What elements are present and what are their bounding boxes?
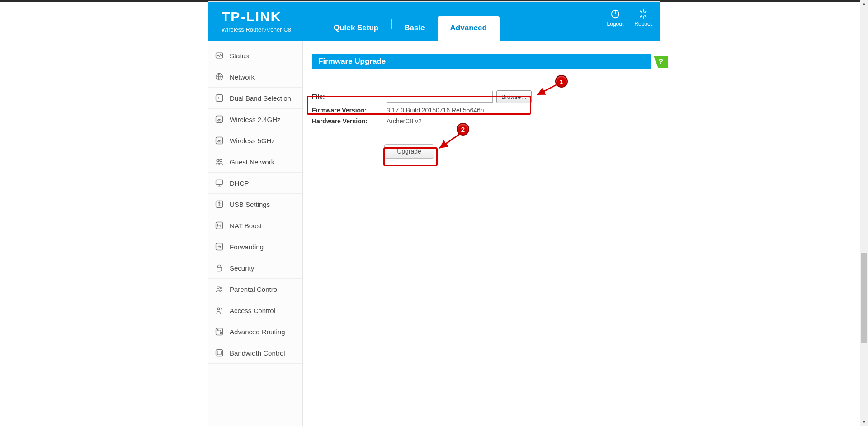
sidebar-item-label: Dual Band Selection (230, 94, 291, 102)
svg-line-8 (640, 15, 642, 17)
status-icon (214, 51, 224, 61)
scrollbar-down-icon[interactable]: ▼ (860, 418, 868, 426)
brand-block: TP-LINK Wireless Router Archer C8 (222, 10, 291, 33)
svg-point-17 (217, 159, 219, 162)
brand-subtitle: Wireless Router Archer C8 (222, 26, 291, 33)
power-icon (609, 8, 621, 20)
content-area: Firmware Upgrade 1 2 File: (303, 41, 660, 426)
dual-band-icon: 5 (214, 93, 224, 103)
upgrade-button-row: Upgrade (312, 144, 651, 159)
reboot-button[interactable]: Reboot (634, 8, 652, 27)
section-divider (312, 135, 651, 135)
svg-point-27 (221, 287, 222, 289)
sidebar-item-label: Forwarding (230, 243, 264, 251)
svg-point-18 (220, 159, 222, 162)
logout-label: Logout (607, 21, 624, 27)
tab-basic[interactable]: Basic (392, 16, 437, 41)
sidebar-item-dhcp[interactable]: DHCP (208, 173, 302, 194)
sidebar-item-label: Access Control (230, 307, 275, 314)
tab-quick-setup[interactable]: Quick Setup (321, 16, 391, 41)
svg-rect-31 (216, 328, 223, 335)
reboot-icon (637, 8, 649, 20)
svg-line-7 (645, 15, 646, 17)
globe-icon (214, 72, 224, 82)
bandwidth-icon (214, 348, 224, 358)
sidebar: Status Network 5 Dual Band Selection Wir… (208, 41, 303, 426)
sidebar-item-guest-network[interactable]: Guest Network (208, 151, 302, 173)
sidebar-item-label: Parental Control (230, 286, 278, 293)
svg-point-26 (217, 286, 219, 288)
sidebar-item-label: Bandwidth Control (230, 349, 285, 357)
sidebar-item-label: NAT Boost (230, 222, 262, 229)
hardware-version-label: Hardware Version: (312, 117, 387, 125)
users-icon (214, 157, 224, 167)
sidebar-item-forwarding[interactable]: Forwarding (208, 236, 302, 257)
wifi-icon (214, 114, 224, 124)
scrollbar-up-icon[interactable]: ▲ (860, 0, 868, 8)
logout-button[interactable]: Logout (607, 8, 624, 27)
firmware-version-row: Firmware Version: 3.17.0 Build 20150716 … (312, 107, 651, 114)
svg-rect-19 (216, 180, 223, 184)
sidebar-item-status[interactable]: Status (208, 45, 302, 66)
annotation-badge-1: 1 (555, 75, 568, 88)
sidebar-item-wireless-5[interactable]: Wireless 5GHz (208, 130, 302, 151)
main-tabs: Quick Setup Basic Advanced (321, 16, 500, 41)
form-area: 1 2 File: Browse… Firmware Versi (312, 77, 651, 159)
svg-line-9 (645, 11, 646, 12)
scrollbar-thumb[interactable] (861, 253, 867, 343)
access-icon (214, 305, 224, 315)
usb-icon (214, 199, 224, 209)
app-container: TP-LINK Wireless Router Archer C8 Quick … (208, 2, 660, 426)
sidebar-item-label: Guest Network (230, 158, 274, 166)
svg-rect-34 (216, 350, 223, 356)
wifi-icon (214, 136, 224, 145)
svg-rect-10 (216, 53, 223, 58)
sidebar-item-label: Status (230, 52, 249, 60)
sidebar-item-label: DHCP (230, 179, 249, 187)
sidebar-item-advanced-routing[interactable]: Advanced Routing (208, 321, 302, 342)
sidebar-item-access-control[interactable]: Access Control (208, 300, 302, 321)
sidebar-item-label: Wireless 2.4GHz (230, 116, 281, 123)
sidebar-item-security[interactable]: Security (208, 257, 302, 279)
sidebar-item-parental-control[interactable]: Parental Control (208, 279, 302, 300)
monitor-icon (214, 178, 224, 188)
header-actions: Logout Reboot (607, 8, 652, 27)
upgrade-button[interactable]: Upgrade (384, 144, 434, 159)
file-input[interactable] (387, 91, 493, 103)
sidebar-item-dual-band[interactable]: 5 Dual Band Selection (208, 88, 302, 109)
hardware-version-row: Hardware Version: ArcherC8 v2 (312, 117, 651, 125)
browse-button[interactable]: Browse… (496, 90, 532, 103)
sidebar-item-label: Security (230, 264, 254, 272)
hardware-version-value: ArcherC8 v2 (387, 117, 422, 125)
sidebar-item-label: Network (230, 73, 255, 81)
sidebar-item-network[interactable]: Network (208, 66, 302, 88)
lock-icon (214, 263, 224, 273)
svg-rect-35 (217, 351, 221, 355)
svg-rect-23 (216, 222, 223, 229)
svg-line-6 (640, 11, 642, 12)
svg-point-28 (217, 308, 220, 310)
tab-advanced[interactable]: Advanced (438, 16, 500, 41)
panel-title: Firmware Upgrade (312, 54, 651, 69)
sidebar-item-wireless-24[interactable]: Wireless 2.4GHz (208, 109, 302, 130)
sidebar-item-usb-settings[interactable]: USB Settings (208, 194, 302, 215)
file-label: File: (312, 93, 387, 100)
forward-icon (214, 242, 224, 252)
svg-text:5: 5 (218, 96, 221, 100)
reboot-label: Reboot (634, 21, 652, 27)
sidebar-item-label: Advanced Routing (230, 328, 285, 336)
routing-icon (214, 327, 224, 337)
svg-rect-25 (217, 267, 222, 271)
sidebar-item-bandwidth-control[interactable]: Bandwidth Control (208, 342, 302, 364)
firmware-version-value: 3.17.0 Build 20150716 Rel.55646n (387, 107, 484, 114)
body: Status Network 5 Dual Band Selection Wir… (208, 41, 660, 426)
sidebar-item-label: USB Settings (230, 201, 270, 208)
sidebar-item-label: Wireless 5GHz (230, 137, 275, 145)
window-scrollbar[interactable]: ▲ ▼ (860, 0, 868, 426)
parental-icon (214, 284, 224, 294)
brand-name: TP-LINK (222, 10, 291, 23)
annotation-badge-2: 2 (457, 123, 469, 136)
sidebar-item-nat-boost[interactable]: NAT Boost (208, 215, 302, 236)
header: TP-LINK Wireless Router Archer C8 Quick … (208, 2, 660, 41)
firmware-version-label: Firmware Version: (312, 107, 387, 114)
